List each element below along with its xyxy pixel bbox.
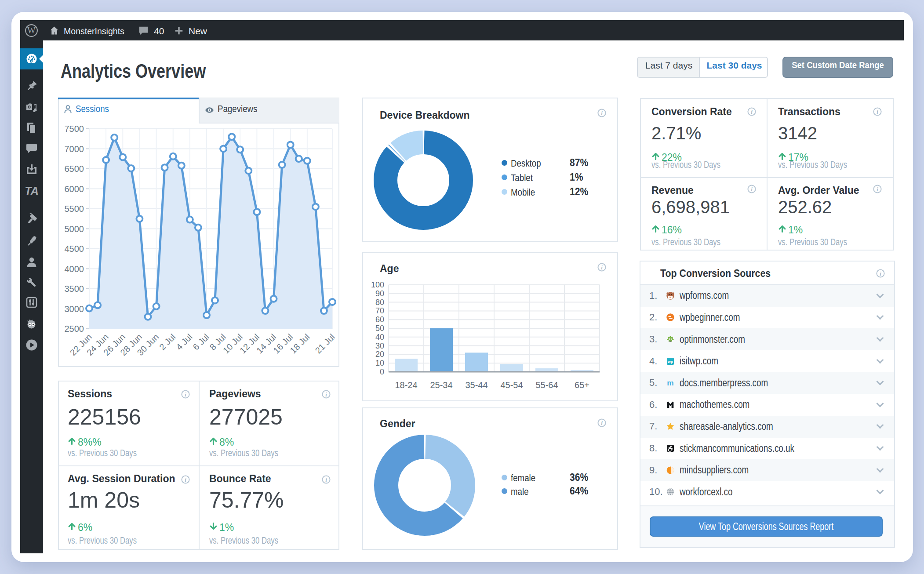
svg-text:i: i bbox=[325, 476, 327, 483]
svg-text:wp: wp bbox=[667, 360, 673, 364]
svg-text:35-44: 35-44 bbox=[465, 380, 487, 390]
svg-text:i: i bbox=[325, 391, 327, 398]
svg-text:20: 20 bbox=[375, 350, 384, 359]
svg-text:4000: 4000 bbox=[65, 264, 84, 274]
svg-text:i: i bbox=[751, 186, 753, 193]
svg-text:i: i bbox=[751, 109, 753, 115]
svg-text:18 Jul: 18 Jul bbox=[288, 332, 311, 355]
svg-text:7000: 7000 bbox=[65, 144, 84, 154]
svg-text:4500: 4500 bbox=[65, 244, 84, 254]
svg-text:5000: 5000 bbox=[65, 224, 84, 234]
svg-text:6000: 6000 bbox=[65, 184, 84, 194]
svg-text:45-54: 45-54 bbox=[500, 380, 523, 390]
svg-text:55-64: 55-64 bbox=[535, 380, 558, 390]
svg-text:i: i bbox=[877, 186, 878, 193]
svg-text:10: 10 bbox=[375, 359, 384, 367]
svg-text:60: 60 bbox=[375, 315, 384, 324]
svg-text:30: 30 bbox=[375, 341, 384, 350]
svg-text:18-24: 18-24 bbox=[395, 380, 417, 390]
svg-text:i: i bbox=[877, 109, 878, 115]
svg-text:i: i bbox=[185, 476, 186, 483]
svg-text:100: 100 bbox=[371, 280, 384, 289]
svg-text:21 Jul: 21 Jul bbox=[313, 332, 337, 355]
svg-text:4 Jul: 4 Jul bbox=[174, 332, 194, 352]
svg-text:2 Jul: 2 Jul bbox=[157, 332, 177, 352]
svg-text:5500: 5500 bbox=[65, 204, 84, 214]
svg-text:7500: 7500 bbox=[65, 124, 84, 134]
svg-text:40: 40 bbox=[375, 333, 384, 341]
svg-text:i: i bbox=[880, 270, 881, 277]
svg-text:6500: 6500 bbox=[65, 164, 84, 174]
svg-text:80: 80 bbox=[375, 298, 384, 307]
svg-text:6 Jul: 6 Jul bbox=[191, 332, 211, 352]
svg-text:70: 70 bbox=[375, 306, 384, 315]
svg-text:2500: 2500 bbox=[65, 324, 84, 334]
svg-text:W: W bbox=[27, 25, 36, 35]
svg-text:25-34: 25-34 bbox=[430, 380, 452, 390]
svg-text:90: 90 bbox=[375, 289, 384, 298]
svg-text:65+: 65+ bbox=[575, 380, 589, 390]
svg-text:3000: 3000 bbox=[65, 304, 84, 314]
svg-text:0: 0 bbox=[380, 367, 384, 376]
svg-text:50: 50 bbox=[375, 324, 384, 333]
svg-text:m: m bbox=[667, 378, 673, 387]
svg-text:i: i bbox=[185, 391, 186, 398]
svg-text:3500: 3500 bbox=[65, 284, 84, 294]
